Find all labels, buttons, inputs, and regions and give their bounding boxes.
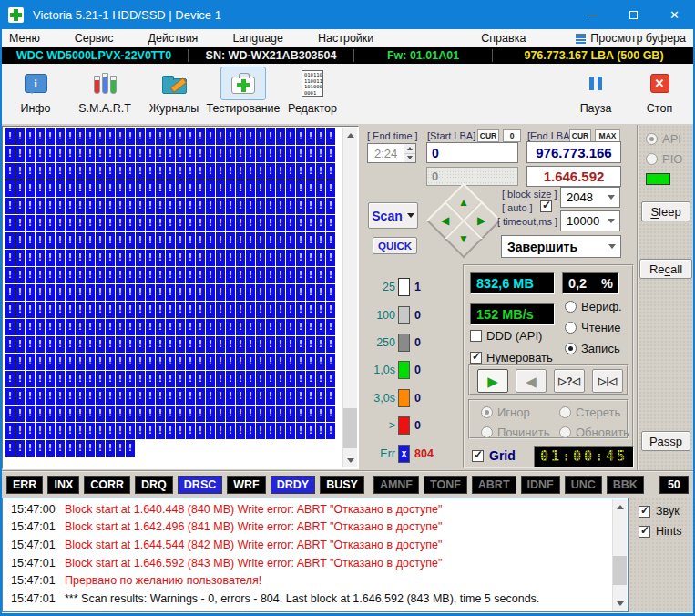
menu-item[interactable]: Меню [9, 32, 40, 45]
sound-option[interactable]: Звук [639, 505, 680, 518]
mode-radio-option[interactable]: Запись [565, 342, 622, 355]
seek-test-button[interactable]: ▷?◁ [554, 369, 585, 393]
block-cell: ! [156, 336, 165, 353]
block-cell: ! [296, 163, 305, 180]
log-message: Block start at 1.640.448 (840 MB) Write … [65, 503, 442, 516]
block-cell: ! [206, 146, 215, 162]
buffer-view-button[interactable]: Просмотр буфера [576, 32, 686, 45]
block-cell: ! [5, 163, 15, 180]
scroll-down-button[interactable] [343, 453, 357, 467]
mode-radio-option[interactable]: Вериф. [565, 300, 622, 313]
sidebar-radio-pio[interactable]: PIO [646, 152, 682, 166]
block-cell: ! [146, 163, 155, 180]
scroll-up-button[interactable] [613, 499, 627, 514]
journals-button[interactable]: Журналы [140, 67, 208, 115]
pause-button[interactable]: Пауза [569, 67, 622, 115]
block-cell: ! [196, 198, 205, 214]
maximize-button[interactable] [613, 0, 654, 29]
toggle-option[interactable]: Нумеровать [470, 351, 553, 364]
sidebar-button-passp[interactable]: Passp [641, 431, 690, 451]
block-cell: ! [196, 354, 205, 370]
remap-option[interactable]: Стереть [559, 406, 629, 419]
scroll-up-button[interactable] [343, 128, 357, 142]
end-time-spinner[interactable]: 2:24 [367, 143, 416, 163]
block-cell: ! [246, 250, 255, 266]
testing-button[interactable]: Тестирование [210, 67, 277, 115]
block-cell: ! [286, 128, 295, 145]
block-cell: ! [196, 371, 205, 387]
menu-item[interactable]: Действия [148, 32, 199, 45]
park-button[interactable]: ▷|◁ [592, 369, 623, 393]
menu-item[interactable]: Language [232, 32, 283, 45]
block-cell: ! [66, 354, 75, 370]
blockmap-scrollbar[interactable] [342, 128, 357, 467]
hints-checkbox[interactable] [639, 526, 650, 538]
block-cell: ! [316, 198, 325, 214]
register-value: 50 [659, 476, 689, 494]
stop-button[interactable]: ✕ Стоп [633, 67, 686, 115]
menu-item[interactable]: Справка [481, 32, 526, 45]
scroll-thumb[interactable] [613, 556, 627, 585]
mode-radio-option[interactable]: Чтение [565, 321, 622, 334]
start-lba-input[interactable]: 0 [426, 142, 518, 163]
toggle-option[interactable]: DDD (API) [470, 329, 553, 343]
menu-item[interactable]: Настройки [318, 32, 373, 45]
block-cell: ! [96, 423, 105, 439]
timeout-select[interactable]: 10000 [560, 210, 620, 231]
info-button[interactable]: i Инфо [2, 67, 69, 115]
end-max-button[interactable]: MAX [595, 129, 620, 142]
auto-checkbox[interactable] [540, 200, 552, 212]
block-cell: ! [306, 232, 315, 249]
block-cell: ! [15, 336, 25, 353]
quick-button[interactable]: QUICK [373, 237, 417, 254]
block-row: !!!!!!!!!!!!!!!!!!!!!!!!!!!!!!!!! [5, 250, 341, 267]
block-cell: ! [96, 163, 105, 180]
smart-button[interactable]: S.M.A.R.T [71, 67, 138, 115]
block-cell: ! [216, 371, 225, 387]
block-cell: ! [236, 250, 245, 266]
block-cell: ! [126, 284, 135, 301]
block-cell: ! [196, 388, 205, 405]
block-cell: ! [306, 250, 315, 266]
end-cur-button[interactable]: CUR [569, 129, 591, 142]
block-cell: ! [316, 128, 325, 145]
start-cur-button[interactable]: CUR [477, 129, 499, 142]
sidebar-radio-api[interactable]: API [646, 132, 681, 146]
sound-checkbox[interactable] [639, 506, 650, 518]
block-cell: ! [56, 215, 65, 231]
spin-up-button[interactable] [404, 144, 415, 154]
block-cell: ! [36, 215, 45, 231]
block-size-select[interactable]: 2048 [560, 187, 620, 208]
minimize-button[interactable] [572, 0, 613, 29]
scroll-thumb[interactable] [343, 408, 357, 448]
back-button[interactable]: ◀ [516, 369, 547, 393]
block-cell: ! [86, 406, 95, 422]
menu-item[interactable]: Сервис [75, 32, 114, 45]
scroll-down-button[interactable] [613, 596, 627, 611]
on-end-action-select[interactable]: Завершить [501, 235, 621, 258]
end-lba-input[interactable]: 976.773.166 [526, 141, 621, 163]
block-cell: ! [26, 336, 35, 353]
block-cell: ! [136, 250, 145, 266]
play-button[interactable]: ▶ [477, 369, 508, 393]
block-cell: ! [136, 146, 145, 162]
start-zero-button[interactable]: 0 [503, 129, 521, 142]
sidebar-button-recall[interactable]: Recall [639, 259, 692, 279]
remap-option[interactable]: Починить [481, 426, 559, 439]
scan-button[interactable]: Scan [368, 202, 418, 229]
spin-down-button[interactable] [404, 154, 415, 163]
editor-button[interactable]: 0101101100111010000001 Редактор [279, 67, 346, 115]
block-cell: ! [36, 163, 45, 180]
hints-option[interactable]: Hints [639, 525, 681, 538]
block-cell: ! [176, 423, 185, 439]
sidebar-button-sleep[interactable]: Sleep [641, 201, 690, 221]
close-button[interactable]: ✕ [654, 0, 695, 29]
block-cell: ! [56, 406, 65, 422]
block-cell: ! [276, 371, 285, 387]
block-cell: ! [36, 388, 45, 405]
remap-option[interactable]: Игнор [481, 406, 559, 419]
block-cell: ! [256, 302, 265, 318]
grid-checkbox[interactable] [472, 450, 484, 462]
remap-option[interactable]: Обновить [559, 426, 629, 439]
log-scrollbar[interactable] [612, 499, 627, 611]
